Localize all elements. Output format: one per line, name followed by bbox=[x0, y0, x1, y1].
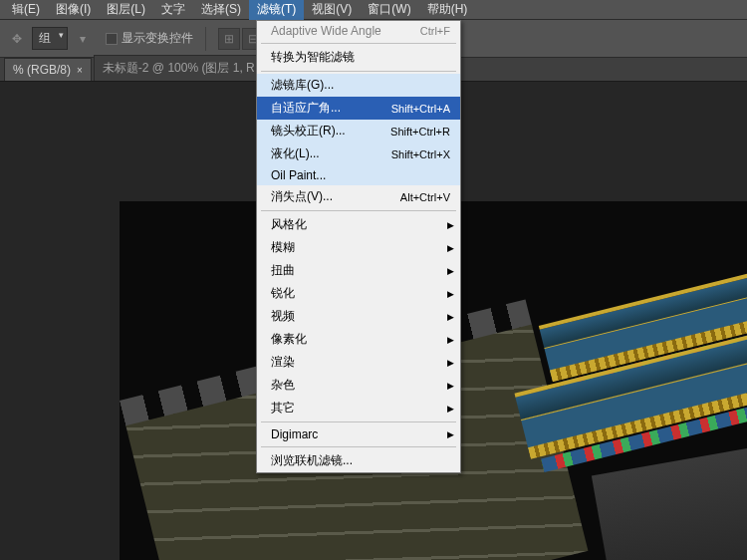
menu-item-label: 浏览联机滤镜... bbox=[271, 452, 353, 469]
menu-edit[interactable]: 辑(E) bbox=[4, 0, 48, 20]
menu-item[interactable]: 浏览联机滤镜... bbox=[257, 449, 460, 472]
menu-shortcut: Shift+Ctrl+R bbox=[390, 126, 450, 138]
close-icon[interactable]: × bbox=[77, 65, 83, 76]
menu-item-label: 锐化 bbox=[271, 285, 295, 302]
menu-item-label: 镜头校正(R)... bbox=[271, 123, 346, 140]
menu-item[interactable]: 锐化▶ bbox=[257, 282, 460, 305]
menu-item[interactable]: 渲染▶ bbox=[257, 351, 460, 374]
menu-separator bbox=[261, 421, 456, 422]
menu-type[interactable]: 文字 bbox=[153, 0, 193, 20]
document-tab[interactable]: 未标题-2 @ 100% (图层 1, R bbox=[94, 55, 264, 81]
menu-item[interactable]: 消失点(V)...Alt+Ctrl+V bbox=[257, 185, 460, 208]
menu-item-label: 像素化 bbox=[271, 331, 307, 348]
checkbox-label: 显示变换控件 bbox=[122, 30, 193, 47]
tab-label: % (RGB/8) bbox=[13, 63, 71, 77]
menu-separator bbox=[261, 43, 456, 44]
menu-item-label: Oil Paint... bbox=[271, 168, 326, 182]
submenu-arrow-icon: ▶ bbox=[447, 404, 454, 414]
menu-item-label: 转换为智能滤镜 bbox=[271, 49, 355, 66]
submenu-arrow-icon: ▶ bbox=[447, 289, 454, 299]
menu-filter[interactable]: 滤镜(T) bbox=[249, 0, 304, 20]
menu-item[interactable]: 其它▶ bbox=[257, 397, 460, 420]
menu-item[interactable]: 液化(L)...Shift+Ctrl+X bbox=[257, 142, 460, 165]
menu-shortcut: Alt+Ctrl+V bbox=[400, 191, 450, 203]
menu-window[interactable]: 窗口(W) bbox=[360, 0, 418, 20]
menu-image[interactable]: 图像(I) bbox=[48, 0, 99, 20]
document-tab[interactable]: % (RGB/8) × bbox=[4, 58, 92, 81]
chevron-down-icon[interactable]: ▾ bbox=[74, 30, 92, 48]
menu-item-label: 其它 bbox=[271, 400, 295, 417]
image-content bbox=[428, 261, 747, 560]
menu-item-label: 模糊 bbox=[271, 239, 295, 256]
menu-view[interactable]: 视图(V) bbox=[304, 0, 360, 20]
menu-shortcut: Shift+Ctrl+A bbox=[391, 103, 450, 115]
menu-item[interactable]: 自适应广角...Shift+Ctrl+A bbox=[257, 97, 460, 120]
menu-help[interactable]: 帮助(H) bbox=[419, 0, 476, 20]
menu-item-label: 滤镜库(G)... bbox=[271, 77, 334, 94]
move-tool-icon: ✥ bbox=[8, 30, 26, 48]
menu-item-label: 扭曲 bbox=[271, 262, 295, 279]
menu-item-label: 视频 bbox=[271, 308, 295, 325]
menu-item-label: Digimarc bbox=[271, 427, 318, 441]
show-transform-checkbox[interactable]: 显示变换控件 bbox=[106, 30, 193, 47]
filter-menu-dropdown: Adaptive Wide AngleCtrl+F转换为智能滤镜滤镜库(G)..… bbox=[256, 20, 461, 473]
menu-separator bbox=[261, 71, 456, 72]
menu-separator bbox=[261, 210, 456, 211]
tab-label: 未标题-2 @ 100% (图层 1, R bbox=[103, 60, 255, 77]
menu-layer[interactable]: 图层(L) bbox=[99, 0, 153, 20]
menu-item[interactable]: 扭曲▶ bbox=[257, 259, 460, 282]
separator bbox=[205, 27, 206, 51]
menu-select[interactable]: 选择(S) bbox=[193, 0, 249, 20]
menubar: 辑(E) 图像(I) 图层(L) 文字 选择(S) 滤镜(T) 视图(V) 窗口… bbox=[0, 0, 747, 20]
menu-item-label: 自适应广角... bbox=[271, 100, 341, 117]
menu-item[interactable]: Oil Paint... bbox=[257, 165, 460, 185]
menu-item-label: 消失点(V)... bbox=[271, 188, 333, 205]
submenu-arrow-icon: ▶ bbox=[447, 243, 454, 253]
group-select[interactable]: 组 bbox=[32, 27, 68, 50]
menu-item-label: 渲染 bbox=[271, 354, 295, 371]
menu-item[interactable]: 转换为智能滤镜 bbox=[257, 46, 460, 69]
menu-item-label: 风格化 bbox=[271, 216, 307, 233]
menu-item[interactable]: 滤镜库(G)... bbox=[257, 74, 460, 97]
align-button[interactable]: ⊞ bbox=[218, 28, 240, 50]
menu-item[interactable]: 杂色▶ bbox=[257, 374, 460, 397]
menu-item[interactable]: Digimarc▶ bbox=[257, 424, 460, 444]
menu-item[interactable]: 风格化▶ bbox=[257, 213, 460, 236]
menu-item-label: 液化(L)... bbox=[271, 145, 320, 162]
checkbox-icon bbox=[106, 33, 118, 45]
menu-item[interactable]: 模糊▶ bbox=[257, 236, 460, 259]
submenu-arrow-icon: ▶ bbox=[447, 429, 454, 439]
submenu-arrow-icon: ▶ bbox=[447, 312, 454, 322]
submenu-arrow-icon: ▶ bbox=[447, 220, 454, 230]
menu-shortcut: Ctrl+F bbox=[420, 25, 450, 37]
menu-item-label: 杂色 bbox=[271, 377, 295, 394]
menu-shortcut: Shift+Ctrl+X bbox=[391, 148, 450, 160]
submenu-arrow-icon: ▶ bbox=[447, 266, 454, 276]
submenu-arrow-icon: ▶ bbox=[447, 335, 454, 345]
menu-item-label: Adaptive Wide Angle bbox=[271, 24, 381, 38]
menu-separator bbox=[261, 446, 456, 447]
menu-item[interactable]: 像素化▶ bbox=[257, 328, 460, 351]
submenu-arrow-icon: ▶ bbox=[447, 381, 454, 391]
submenu-arrow-icon: ▶ bbox=[447, 358, 454, 368]
menu-item[interactable]: 视频▶ bbox=[257, 305, 460, 328]
menu-item[interactable]: 镜头校正(R)...Shift+Ctrl+R bbox=[257, 120, 460, 142]
menu-item: Adaptive Wide AngleCtrl+F bbox=[257, 21, 460, 41]
